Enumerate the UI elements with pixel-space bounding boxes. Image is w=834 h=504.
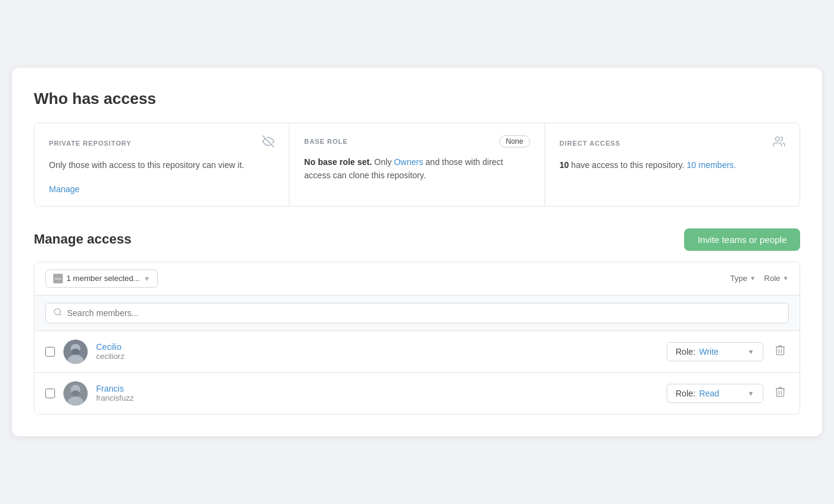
role-chevron-icon: ▼ (748, 348, 754, 355)
avatar (63, 340, 88, 364)
private-repo-label: PRIVATE REPOSITORY (49, 140, 131, 147)
table-toolbar: — 1 member selected... ▼ Type ▼ Role ▼ (34, 262, 800, 296)
owners-link[interactable]: Owners (394, 157, 423, 167)
svg-point-7 (71, 349, 80, 355)
role-filter-button[interactable]: Role ▼ (764, 274, 789, 283)
access-table: — 1 member selected... ▼ Type ▼ Role ▼ (34, 262, 800, 415)
member-name: Cecilio (96, 342, 658, 352)
main-container: Who has access PRIVATE REPOSITORY Only t… (12, 68, 822, 436)
svg-rect-8 (777, 347, 784, 355)
type-chevron-icon: ▼ (749, 275, 755, 282)
member-info: Francis francisfuzz (96, 384, 658, 402)
direct-access-card: DIRECT ACCESS 10 have access to this rep… (545, 123, 800, 206)
avatar (63, 381, 88, 405)
private-repo-card: PRIVATE REPOSITORY Only those with acces… (34, 123, 289, 206)
search-icon (53, 308, 62, 318)
base-role-strong: No base role set. (304, 157, 372, 167)
card-header-private: PRIVATE REPOSITORY (49, 135, 274, 150)
svg-point-1 (775, 137, 780, 141)
role-label: Role: (676, 389, 696, 398)
delete-button-cecilio[interactable] (772, 342, 789, 361)
manage-access-title: Manage access (34, 231, 131, 247)
filter-group: Type ▼ Role ▼ (730, 274, 789, 283)
private-repo-body: Only those with access to this repositor… (49, 159, 274, 172)
role-chevron-icon: ▼ (748, 390, 754, 397)
person-icon (773, 135, 785, 150)
member-info: Cecilio ceciliorz (96, 342, 658, 361)
role-dropdown-cecilio[interactable]: Role: Write ▼ (667, 342, 763, 361)
base-role-label: BASE ROLE (304, 138, 348, 145)
member-username: francisfuzz (96, 393, 658, 402)
direct-access-count: 10 (560, 160, 569, 170)
cecilio-checkbox[interactable] (45, 347, 55, 357)
base-role-body: No base role set. Only Owners and those … (304, 156, 529, 182)
card-header-direct-access: DIRECT ACCESS (560, 135, 785, 150)
table-row: Francis francisfuzz Role: Read ▼ (34, 373, 800, 414)
base-role-card: BASE ROLE None No base role set. Only Ow… (289, 123, 545, 206)
members-link[interactable]: 10 members. (687, 160, 736, 170)
delete-button-francis[interactable] (772, 384, 789, 402)
svg-line-3 (59, 314, 61, 315)
invite-button[interactable]: Invite teams or people (684, 228, 800, 251)
table-row: Cecilio ceciliorz Role: Write ▼ (34, 331, 800, 373)
svg-rect-15 (777, 389, 784, 396)
manage-link[interactable]: Manage (49, 184, 274, 194)
svg-point-14 (71, 390, 80, 396)
member-select-dropdown[interactable]: — 1 member selected... ▼ (45, 270, 158, 288)
member-select-label: 1 member selected... (66, 274, 140, 283)
access-cards-row: PRIVATE REPOSITORY Only those with acces… (34, 123, 800, 207)
chevron-down-icon: ▼ (143, 275, 150, 282)
page-title: Who has access (34, 89, 800, 108)
dash-icon: — (53, 274, 63, 283)
direct-access-label: DIRECT ACCESS (560, 140, 621, 147)
search-input[interactable] (67, 308, 781, 318)
francis-checkbox[interactable] (45, 389, 55, 398)
manage-access-header: Manage access Invite teams or people (34, 228, 800, 251)
role-value: Write (699, 347, 719, 357)
member-username: ceciliorz (96, 352, 658, 361)
card-header-base-role: BASE ROLE None (304, 135, 529, 147)
direct-access-body: 10 have access to this repository. 10 me… (560, 159, 785, 172)
eye-slash-icon (262, 135, 274, 150)
role-value: Read (699, 389, 719, 398)
role-chevron-icon: ▼ (783, 275, 789, 282)
type-filter-button[interactable]: Type ▼ (730, 274, 755, 283)
role-label: Role: (676, 347, 696, 357)
role-dropdown-francis[interactable]: Role: Read ▼ (667, 384, 763, 403)
member-name: Francis (96, 384, 658, 393)
search-row (34, 296, 800, 331)
search-input-wrap (45, 303, 789, 323)
base-role-badge: None (499, 135, 530, 147)
